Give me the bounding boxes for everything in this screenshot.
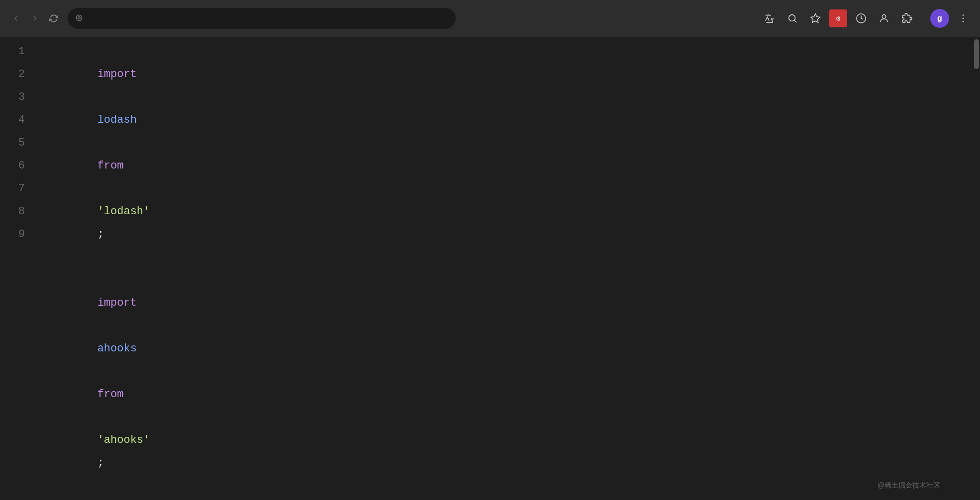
svg-point-7	[963, 21, 964, 22]
svg-point-1	[789, 15, 795, 21]
line-num-3: 3	[10, 86, 25, 109]
extension-red-icon[interactable]: ⚙	[829, 9, 847, 27]
translate-button[interactable]	[761, 9, 779, 27]
code-content: import lodash from 'lodash' ; import aho…	[35, 40, 980, 500]
bookmark-button[interactable]	[806, 9, 824, 27]
line-num-6: 6	[10, 155, 25, 177]
svg-point-5	[963, 14, 964, 16]
refresh-button[interactable]	[46, 10, 62, 26]
profile-button[interactable]	[875, 9, 893, 27]
url-input[interactable]: http://localhost:5173	[88, 14, 448, 23]
scrollbar[interactable]	[973, 37, 980, 500]
lock-icon	[76, 14, 83, 23]
line-num-8: 8	[10, 200, 25, 223]
code-container: 1 2 3 4 5 6 7 8 9 import lodash from 'lo…	[0, 37, 980, 500]
keyword-from-2: from	[98, 388, 124, 401]
svg-point-6	[963, 18, 964, 19]
line-num-4: 4	[10, 109, 25, 132]
toolbar-right: ⚙ g	[761, 9, 972, 28]
keyword-from-1: from	[98, 160, 124, 172]
line-num-9: 9	[10, 223, 25, 246]
code-line-2: import ahooks from 'ahooks' ;	[45, 269, 970, 498]
svg-marker-2	[811, 14, 820, 22]
browser-chrome: http://localhost:5173 ⚙	[0, 0, 980, 37]
identifier-ahooks: ahooks	[98, 342, 137, 355]
line-num-7: 7	[10, 177, 25, 200]
svg-point-4	[882, 15, 885, 18]
address-bar[interactable]: http://localhost:5173	[68, 8, 456, 29]
code-editor: 1 2 3 4 5 6 7 8 9 import lodash from 'lo…	[0, 37, 980, 500]
nav-buttons	[8, 10, 62, 26]
scrollbar-thumb[interactable]	[974, 39, 979, 69]
more-button[interactable]	[954, 9, 972, 27]
toolbar-separator	[923, 11, 923, 25]
keyword-import-1: import	[98, 68, 137, 81]
search-button[interactable]	[784, 9, 801, 27]
forward-button[interactable]	[27, 10, 43, 26]
line-num-2: 2	[10, 63, 25, 86]
back-button[interactable]	[8, 10, 24, 26]
extensions-button[interactable]	[898, 9, 916, 27]
keyword-import-2: import	[98, 297, 137, 309]
watermark: @稀土掘金技术社区	[878, 481, 940, 490]
identifier-lodash: lodash	[98, 114, 137, 126]
clock-button[interactable]	[852, 9, 870, 27]
code-line-1: import lodash from 'lodash' ;	[45, 40, 970, 269]
line-num-5: 5	[10, 132, 25, 155]
code-line-3	[45, 498, 970, 500]
line-num-1: 1	[10, 40, 25, 63]
avatar[interactable]: g	[930, 9, 949, 28]
svg-point-0	[78, 16, 81, 19]
string-ahooks: 'ahooks'	[98, 434, 150, 446]
line-numbers: 1 2 3 4 5 6 7 8 9	[0, 40, 35, 500]
string-lodash: 'lodash'	[98, 205, 150, 218]
